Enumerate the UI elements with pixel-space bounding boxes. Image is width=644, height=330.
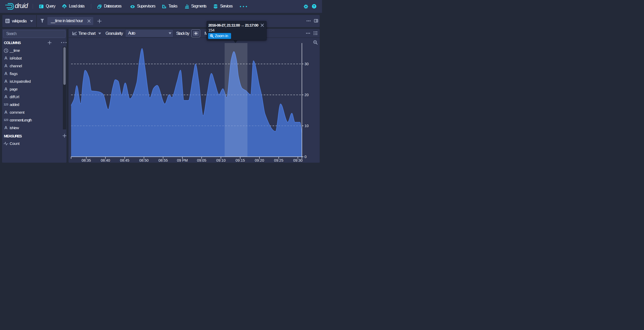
svg-text:10: 10 [304,124,309,128]
svg-text:20: 20 [304,93,309,97]
svg-text:09:25: 09:25 [274,158,283,162]
svg-text:09 PM: 09 PM [177,158,188,162]
svg-text:09:10: 09:10 [216,158,225,162]
svg-text:09:30: 09:30 [293,158,302,162]
svg-text:09:05: 09:05 [197,158,206,162]
svg-text:09:15: 09:15 [235,158,245,162]
svg-text:08:40: 08:40 [101,158,110,162]
svg-text:0: 0 [304,155,307,159]
svg-text:08:55: 08:55 [158,158,168,162]
svg-text:08:35: 08:35 [82,158,91,162]
svg-text:30: 30 [304,62,309,66]
svg-text:08:50: 08:50 [139,158,149,162]
svg-text:09:20: 09:20 [255,158,264,162]
svg-text:08:45: 08:45 [120,158,129,162]
